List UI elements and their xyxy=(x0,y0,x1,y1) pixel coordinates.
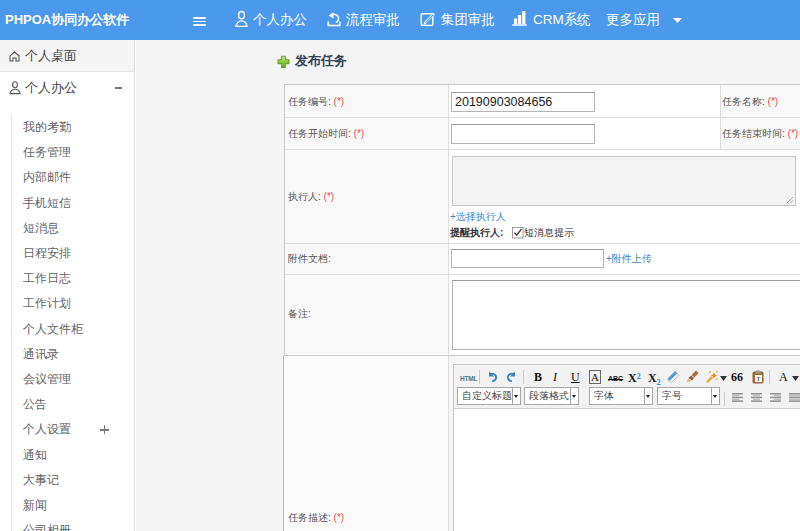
svg-text:T: T xyxy=(756,375,761,383)
